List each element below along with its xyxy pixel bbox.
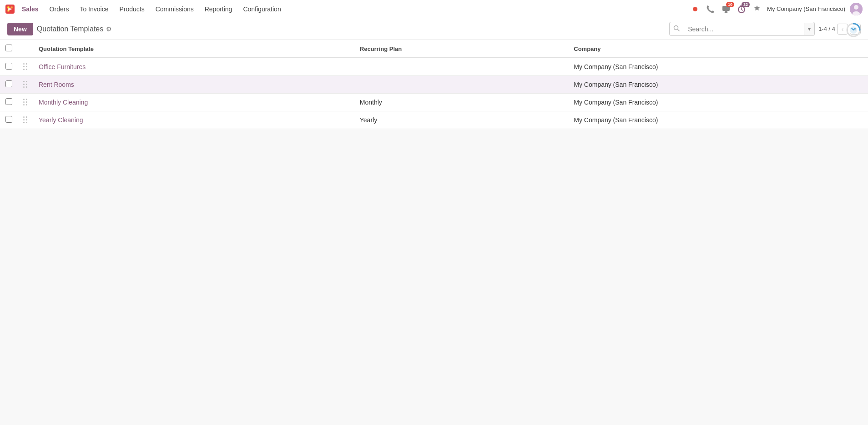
top-navigation: Sales Orders To Invoice Products Commiss… bbox=[0, 0, 868, 18]
nav-orders[interactable]: Orders bbox=[46, 4, 73, 15]
company-header[interactable]: Company bbox=[568, 40, 868, 58]
recurring-plan-header[interactable]: Recurring Plan bbox=[354, 40, 569, 58]
search-dropdown-button[interactable]: ▾ bbox=[804, 23, 814, 35]
svg-rect-3 bbox=[7, 10, 9, 11]
row-checkbox[interactable] bbox=[5, 80, 12, 87]
row-checkbox-cell bbox=[0, 76, 18, 94]
chat-icon[interactable]: 10 bbox=[721, 4, 732, 15]
nav-to-invoice[interactable]: To Invoice bbox=[76, 4, 112, 15]
search-bar[interactable]: ▾ bbox=[669, 22, 815, 36]
table-header-row: Quotation Template Recurring Plan Compan… bbox=[0, 40, 868, 58]
drag-handle-icon[interactable] bbox=[23, 99, 28, 106]
row-checkbox-cell bbox=[0, 111, 18, 129]
row-company: My Company (San Francisco) bbox=[568, 94, 868, 111]
loading-spinner bbox=[846, 23, 861, 37]
drag-handle-icon[interactable] bbox=[23, 81, 28, 88]
row-template-name[interactable]: Monthly Cleaning bbox=[33, 94, 354, 111]
top-right-actions: 10 32 My Company (San Francisco) bbox=[690, 3, 863, 15]
drag-handle-cell bbox=[18, 58, 33, 76]
nav-products[interactable]: Products bbox=[116, 4, 148, 15]
drag-handle-cell bbox=[18, 76, 33, 94]
drag-handle-cell bbox=[18, 94, 33, 111]
company-name[interactable]: My Company (San Francisco) bbox=[767, 5, 845, 12]
maintenance-icon[interactable] bbox=[752, 4, 762, 15]
table-row[interactable]: Yearly CleaningYearlyMy Company (San Fra… bbox=[0, 111, 868, 129]
select-all-header[interactable] bbox=[0, 40, 18, 58]
row-checkbox-cell bbox=[0, 58, 18, 76]
table-row[interactable]: Rent RoomsMy Company (San Francisco) bbox=[0, 76, 868, 94]
nav-reporting[interactable]: Reporting bbox=[201, 4, 236, 15]
row-company: My Company (San Francisco) bbox=[568, 76, 868, 94]
drag-handle-icon[interactable] bbox=[23, 63, 28, 70]
app-logo[interactable] bbox=[5, 5, 15, 14]
status-indicator[interactable] bbox=[690, 4, 701, 15]
table-row[interactable]: Office FurnituresMy Company (San Francis… bbox=[0, 58, 868, 76]
breadcrumb: Quotation Templates ⚙ bbox=[37, 25, 112, 33]
phone-icon[interactable] bbox=[705, 4, 716, 15]
new-button[interactable]: New bbox=[7, 23, 33, 35]
timer-icon[interactable]: 32 bbox=[736, 4, 747, 15]
row-checkbox[interactable] bbox=[5, 116, 12, 123]
drag-handle-icon[interactable] bbox=[23, 116, 28, 124]
svg-point-8 bbox=[854, 5, 858, 10]
row-recurring-plan: Yearly bbox=[354, 111, 569, 129]
row-checkbox[interactable] bbox=[5, 98, 12, 105]
breadcrumb-text: Quotation Templates bbox=[37, 25, 103, 33]
chat-badge: 10 bbox=[726, 2, 734, 7]
search-input[interactable] bbox=[683, 23, 804, 35]
row-template-name[interactable]: Yearly Cleaning bbox=[33, 111, 354, 129]
row-recurring-plan bbox=[354, 76, 569, 94]
svg-rect-2 bbox=[10, 6, 12, 8]
pagination-text: 1-4 / 4 bbox=[818, 25, 835, 32]
quotation-templates-table: Quotation Template Recurring Plan Compan… bbox=[0, 40, 868, 129]
search-icon bbox=[670, 22, 683, 35]
row-checkbox[interactable] bbox=[5, 63, 12, 70]
nav-configuration[interactable]: Configuration bbox=[239, 4, 284, 15]
main-content: Quotation Template Recurring Plan Compan… bbox=[0, 40, 868, 129]
svg-rect-1 bbox=[7, 6, 9, 8]
row-template-name[interactable]: Office Furnitures bbox=[33, 58, 354, 76]
row-recurring-plan: Monthly bbox=[354, 94, 569, 111]
avatar[interactable] bbox=[850, 3, 863, 15]
table-row[interactable]: Monthly CleaningMonthlyMy Company (San F… bbox=[0, 94, 868, 111]
drag-header bbox=[18, 40, 33, 58]
row-template-name[interactable]: Rent Rooms bbox=[33, 76, 354, 94]
subbar: New Quotation Templates ⚙ ▾ 1-4 / 4 ‹ › bbox=[0, 18, 868, 40]
quotation-template-header[interactable]: Quotation Template bbox=[33, 40, 354, 58]
svg-point-10 bbox=[674, 26, 678, 30]
row-recurring-plan bbox=[354, 58, 569, 76]
timer-badge: 32 bbox=[742, 2, 750, 7]
row-company: My Company (San Francisco) bbox=[568, 111, 868, 129]
nav-sales[interactable]: Sales bbox=[18, 4, 42, 15]
table-body: Office FurnituresMy Company (San Francis… bbox=[0, 58, 868, 129]
drag-handle-cell bbox=[18, 111, 33, 129]
row-company: My Company (San Francisco) bbox=[568, 58, 868, 76]
settings-gear-icon[interactable]: ⚙ bbox=[106, 25, 112, 33]
nav-commissions[interactable]: Commissions bbox=[152, 4, 197, 15]
select-all-checkbox[interactable] bbox=[5, 45, 12, 51]
row-checkbox-cell bbox=[0, 94, 18, 111]
